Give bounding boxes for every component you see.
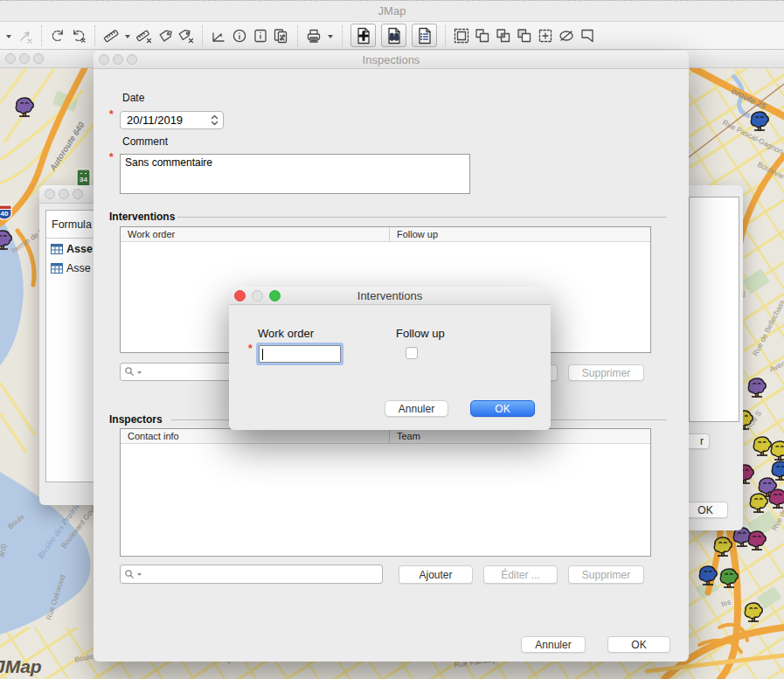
deselect-arrow-icon[interactable] <box>16 25 35 46</box>
date-label: Date <box>122 92 144 104</box>
combine-shapes-icon[interactable] <box>473 25 492 46</box>
inspectors-section-label: Inspectors <box>109 413 163 426</box>
ok-button[interactable]: OK <box>470 400 535 417</box>
rotate-cw-cancel-icon[interactable] <box>69 25 88 46</box>
search-document-button[interactable] <box>381 24 406 47</box>
interventions-supprimer-button[interactable]: Supprimer <box>568 364 644 381</box>
comment-field[interactable]: Sans commentaire <box>120 154 470 194</box>
info-square-icon[interactable] <box>251 25 270 46</box>
report-sheets-icon[interactable] <box>272 25 291 46</box>
ok-button[interactable]: OK <box>683 502 728 518</box>
interventions-modal-titlebar[interactable]: Interventions <box>229 287 551 305</box>
route-shield-34: 34 <box>77 170 90 186</box>
minimize-icon[interactable] <box>252 290 263 301</box>
printer-icon[interactable] <box>304 25 323 46</box>
date-field[interactable]: 20/11/2019 <box>120 111 224 129</box>
inspectors-table[interactable]: Contact info Team <box>120 428 651 557</box>
text-caret <box>262 349 263 360</box>
table-icon <box>51 244 63 254</box>
rotate-ccw-icon[interactable] <box>48 25 67 46</box>
ok-button[interactable]: OK <box>607 636 670 653</box>
required-asterisk: * <box>248 343 253 355</box>
zoom-icon[interactable] <box>269 290 281 301</box>
search-options-caret[interactable] <box>136 368 142 377</box>
dialog-title: Inspections <box>94 53 689 66</box>
printer-caret-icon[interactable] <box>325 25 336 46</box>
app-toolbar <box>0 22 784 50</box>
svg-text:34: 34 <box>80 176 87 184</box>
list-document-button[interactable] <box>412 24 437 47</box>
inspectors-ajouter-button[interactable]: Ajouter <box>399 565 473 584</box>
app-title: JMap <box>378 4 406 17</box>
annuler-button[interactable]: Annuler <box>521 636 586 653</box>
search-icon <box>124 569 135 580</box>
background-form-window: r OK <box>687 185 743 530</box>
interventions-modal: Interventions Work order * Follow up Ann… <box>229 287 551 430</box>
minimize-icon[interactable] <box>113 54 123 65</box>
zoom-icon[interactable] <box>33 53 44 64</box>
inspections-titlebar[interactable]: Inspections <box>94 51 689 69</box>
label-tag-icon[interactable] <box>156 25 175 46</box>
interventions-section-label: Interventions <box>109 211 175 223</box>
close-icon[interactable] <box>234 290 246 301</box>
search-options-caret[interactable] <box>136 570 142 579</box>
work-order-label: Work order <box>258 327 314 340</box>
inspectors-search-input[interactable] <box>120 565 383 584</box>
inspectors-table-header[interactable]: Contact info Team <box>121 429 650 444</box>
zoom-icon[interactable] <box>73 189 83 199</box>
svg-text:40: 40 <box>1 210 9 218</box>
zoom-icon[interactable] <box>127 54 137 65</box>
jmap-logo: JMap <box>0 656 42 676</box>
route-shield-40: 40 <box>0 205 11 219</box>
section-divider <box>177 217 667 218</box>
app-titlebar[interactable]: JMap <box>0 0 784 22</box>
background-form-table <box>689 197 739 422</box>
required-asterisk: * <box>109 151 114 163</box>
map-window-lights[interactable] <box>0 53 47 64</box>
measure-area-icon[interactable] <box>209 25 228 46</box>
annuler-button[interactable]: Annuler <box>385 400 448 417</box>
select-rectangle-icon[interactable] <box>452 25 471 46</box>
minimize-icon[interactable] <box>19 53 30 64</box>
info-circle-icon[interactable] <box>230 25 249 46</box>
search-icon <box>124 366 135 378</box>
follow-up-label: Follow up <box>396 327 445 340</box>
polygon-flag-icon[interactable] <box>578 25 597 46</box>
close-icon[interactable] <box>45 189 55 199</box>
comment-label: Comment <box>122 135 168 148</box>
no-ellipse-icon[interactable] <box>557 25 576 46</box>
follow-up-checkbox[interactable] <box>406 347 418 359</box>
table-icon <box>51 263 63 274</box>
close-icon[interactable] <box>99 54 109 65</box>
minimize-icon[interactable] <box>59 189 69 199</box>
measure-ruler-cancel-icon[interactable] <box>135 25 154 46</box>
inspectors-editer-button[interactable]: Éditer ... <box>483 565 558 584</box>
add-selection-icon[interactable] <box>536 25 555 46</box>
inspectors-supprimer-button[interactable]: Supprimer <box>568 565 644 584</box>
close-icon[interactable] <box>5 53 16 64</box>
stepper-icon[interactable] <box>211 114 219 126</box>
add-document-button[interactable] <box>350 24 376 47</box>
label-tag-cancel-icon[interactable] <box>177 25 196 46</box>
interventions-table-header[interactable]: Work order Follow up <box>121 227 650 242</box>
dropdown-caret-icon[interactable] <box>3 25 14 46</box>
measure-ruler-icon[interactable] <box>101 25 121 46</box>
required-asterisk: * <box>109 108 114 121</box>
ruler-caret-icon[interactable] <box>122 25 133 46</box>
intersect-shapes-icon[interactable] <box>494 25 513 46</box>
subtract-shapes-icon[interactable] <box>515 25 534 46</box>
work-order-input[interactable] <box>259 345 341 363</box>
